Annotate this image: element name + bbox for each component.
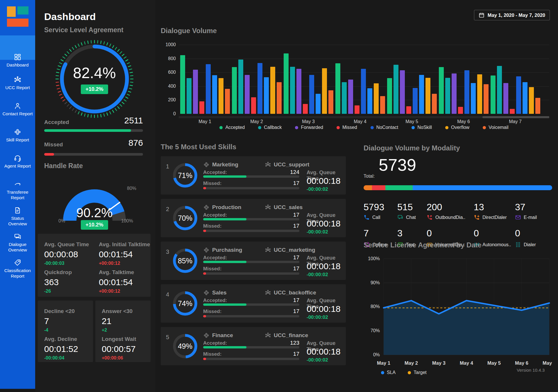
kpi-card-decline: Decline <207-4Avg. Decline00:01:52-00:00…	[38, 301, 93, 362]
queue-time-value: 00:00:18	[307, 219, 341, 229]
skill-name-row: Production	[203, 204, 241, 211]
modality-segment-1	[372, 185, 385, 190]
sidebar-item-dialogue-overview[interactable]: Dialogue Overview	[0, 217, 35, 243]
gauge-max-label: 100%	[121, 218, 133, 224]
accepted-label: Accepted	[44, 119, 69, 125]
legend-item-accepted[interactable]: Accepted	[219, 125, 245, 130]
modality-value-dialer: 0	[515, 228, 520, 239]
legend-item-nocontact[interactable]: NoContact	[371, 125, 398, 130]
bar-noskill-may-1	[212, 75, 217, 114]
modality-total-value: 5739	[379, 155, 416, 175]
kpi-value: 7	[44, 316, 75, 326]
bar-forwarded-may-4	[348, 80, 353, 114]
accepted-value: 17	[271, 254, 299, 261]
bar-overflow-may-7	[529, 87, 534, 114]
handle-rate-delta-badge: +10.2%	[81, 220, 108, 230]
kpi-value: 00:00:57	[102, 344, 136, 354]
kpi-card-main: Avg. Queue Time00:00:08-00:00:03Avg. Ini…	[38, 234, 151, 297]
svg-text:May 2: May 2	[405, 360, 418, 366]
legend-item-overflow[interactable]: Overflow	[445, 125, 469, 130]
modality-item-chat: Chat	[397, 214, 416, 220]
skill-row-marketing: 171%MarketingUCC_supportAccepted:124Miss…	[161, 156, 346, 195]
ucc-name: UCC_backoffice	[274, 289, 316, 296]
legend-item-sla[interactable]: SLA	[381, 370, 396, 375]
skill-name-row: Finance	[203, 332, 233, 339]
chart-scrollbar[interactable]	[179, 116, 549, 118]
skill-row-production: 270%ProductionUCC_salesAccepted:17Missed…	[161, 199, 346, 237]
bar-voicemail-may-4	[380, 96, 385, 114]
missed-value: 17	[271, 180, 299, 186]
sidebar-item-status-overview[interactable]: Status Overview	[0, 190, 35, 217]
ucc-icon	[265, 289, 271, 296]
ucc-icon	[14, 76, 22, 84]
sidebar-item-transferee-report[interactable]: Transferee Report	[0, 164, 35, 190]
x-axis-label: May 6	[457, 119, 470, 124]
kpi-longest-wait: Longest Wait00:00:57+00:00:06	[102, 336, 136, 361]
bar-accepted-may-1	[180, 55, 185, 114]
legend-label: SLA	[387, 370, 396, 375]
sidebar-item-classification-report[interactable]: Classification Report	[0, 243, 35, 269]
bar-overflow-may-4	[374, 83, 379, 114]
svg-text:May 6: May 6	[515, 360, 528, 366]
legend-item-target[interactable]: Target	[408, 370, 426, 375]
x-axis-label: May 1	[198, 119, 211, 124]
bar-callback-may-6	[445, 78, 450, 114]
kpi-delta: -00:00:04	[44, 355, 78, 361]
queue-time-delta: -00:00:02	[307, 272, 328, 278]
bar-forwarded-may-3	[296, 69, 301, 114]
date-range-picker[interactable]: May 1, 2020 - May 7, 2020	[474, 10, 550, 20]
ucc-name: UCC_finance	[274, 332, 308, 339]
missed-bar	[44, 153, 143, 156]
call-icon	[364, 214, 370, 220]
accepted-label: Accepted:	[203, 340, 227, 346]
app-logo	[7, 6, 28, 27]
date-range-text: May 1, 2020 - May 7, 2020	[488, 12, 545, 18]
missed-bar	[203, 315, 299, 317]
kpi-value: 21	[102, 316, 133, 326]
version-text: Version 10.4.3	[517, 368, 545, 373]
ucc-icon	[265, 161, 271, 168]
y-axis-tick: 0	[161, 111, 176, 116]
skill-donut-percent: 49%	[172, 333, 198, 359]
sidebar-item-contact-report[interactable]: Contact Report	[0, 86, 35, 112]
svg-text:May 7: May 7	[543, 360, 552, 366]
modality-segment-2	[385, 185, 413, 190]
agent-icon	[14, 154, 22, 162]
bar-forwarded-may-5	[400, 70, 405, 114]
accepted-bar	[203, 303, 299, 306]
accepted-value: 17	[271, 297, 299, 303]
sidebar-item-agent-report[interactable]: Agent Report	[0, 138, 35, 164]
svg-text:May 4: May 4	[460, 360, 473, 366]
legend-label: Accepted	[225, 125, 245, 130]
ucc-name-row: UCC_marketing	[265, 247, 315, 253]
x-axis-label: May 4	[354, 119, 366, 124]
legend-label: NoContact	[376, 125, 398, 130]
missed-value: 17	[271, 351, 299, 357]
bar-nocontact-may-4	[361, 69, 366, 114]
left-panel: Dashboard Service Level Agreement 82.4% …	[35, 0, 155, 392]
skill-icon	[203, 204, 210, 211]
sidebar-item-dashboard[interactable]: Dashboard	[0, 35, 35, 60]
legend-dot	[258, 126, 261, 129]
bar-noskill-may-2	[264, 77, 269, 114]
legend-item-forwarded[interactable]: Forwarded	[295, 125, 323, 130]
kpi-label: Longest Wait	[102, 336, 136, 342]
sidebar-item-skill-report[interactable]: Skill Report	[0, 112, 35, 138]
legend-dot	[381, 371, 384, 374]
kpi-value: 363	[44, 277, 72, 287]
legend-dot	[337, 126, 340, 129]
legend-item-noskill[interactable]: NoSkill	[412, 125, 432, 130]
bar-missed-may-6	[458, 107, 463, 114]
legend-label: Missed	[342, 125, 357, 130]
sidebar-item-ucc-report[interactable]: UCC Report	[0, 60, 35, 86]
bar-voicemail-may-2	[277, 82, 282, 114]
bar-nocontact-may-1	[206, 64, 211, 114]
chart-scrollbar-thumb[interactable]	[482, 116, 549, 118]
legend-item-voicemail[interactable]: Voicemail	[483, 125, 508, 130]
legend-item-callback[interactable]: Callback	[258, 125, 282, 130]
legend-item-missed[interactable]: Missed	[337, 125, 357, 130]
ucc-name-row: UCC_support	[265, 161, 309, 168]
bar-accepted-may-7	[491, 75, 496, 114]
legend-label: Target	[414, 370, 426, 375]
skill-icon	[14, 128, 22, 136]
